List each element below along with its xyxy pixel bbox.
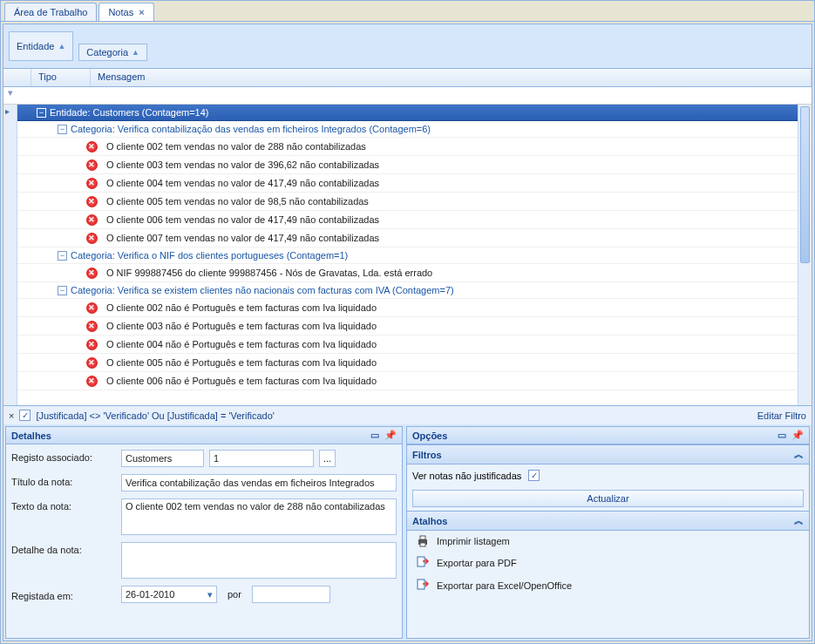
error-icon: ✕ (86, 233, 98, 244)
tab-label: Área de Trabalho (14, 7, 87, 17)
grid-row[interactable]: ✕O cliente 007 tem vendas no valor de 41… (17, 229, 798, 247)
category-group-row[interactable]: −Categoria: Verifica se existem clientes… (17, 282, 798, 299)
entity-field[interactable] (121, 450, 204, 467)
error-icon: ✕ (86, 159, 98, 171)
options-panel: Opções ▭ 📌 Filtros︽ Ver notas não justif… (406, 426, 810, 639)
atalho-pdf[interactable]: Exportar para PDF (407, 552, 809, 574)
texto-field[interactable]: O cliente 002 tem vendas no valor de 288… (121, 498, 397, 535)
vertical-scrollbar[interactable] (798, 105, 812, 405)
tab-area-trabalho[interactable]: Área de Trabalho (4, 3, 97, 21)
grid-row[interactable]: ✕O cliente 005 não é Português e tem fac… (17, 354, 798, 372)
error-icon: ✕ (86, 376, 98, 387)
grid-row[interactable]: ✕O cliente 003 tem vendas no valor de 39… (17, 156, 798, 174)
scrollbar-thumb[interactable] (800, 106, 810, 263)
close-icon[interactable]: × (139, 7, 144, 17)
grid-row[interactable]: ✕O cliente 004 tem vendas no valor de 41… (17, 174, 798, 193)
grid-filter-row[interactable]: ▾ (3, 87, 812, 105)
column-header-tipo[interactable]: Tipo (31, 69, 91, 86)
row-message: O cliente 006 tem vendas no valor de 417… (105, 214, 798, 225)
grid-header: Tipo Mensagem (3, 68, 812, 87)
svg-rect-2 (420, 543, 425, 546)
grid-row[interactable]: ✕O cliente 003 não é Português e tem fac… (17, 317, 798, 336)
restore-icon[interactable]: ▭ (778, 430, 786, 441)
link-label: Imprimir listagem (437, 536, 510, 546)
row-message: O cliente 002 tem vendas no valor de 288… (105, 141, 798, 152)
error-icon: ✕ (86, 268, 98, 279)
group-by-bar: Entidade▲ Categoria▲ (3, 24, 812, 68)
date-value: 26-01-2010 (126, 589, 174, 600)
edit-filter-link[interactable]: Editar Filtro (757, 410, 806, 421)
actualizar-button[interactable]: Actualizar (412, 490, 804, 507)
id-field[interactable] (209, 450, 314, 467)
grid-row[interactable]: ✕O NIF 999887456 do cliente 999887456 - … (17, 264, 798, 282)
label-registada: Registada em: (11, 588, 116, 601)
row-message: O NIF 999887456 do cliente 999887456 - N… (105, 268, 798, 278)
groupby-categoria[interactable]: Categoria▲ (78, 44, 147, 61)
grid-row[interactable]: ✕O cliente 002 tem vendas no valor de 28… (17, 138, 798, 156)
atalhos-subhead[interactable]: Atalhos︽ (407, 511, 809, 531)
row-message: O cliente 007 tem vendas no valor de 417… (105, 233, 798, 243)
tab-notas[interactable]: Notas× (98, 3, 153, 21)
collapse-icon[interactable]: − (58, 286, 67, 295)
restore-icon[interactable]: ▭ (370, 430, 379, 441)
browse-button[interactable]: ... (319, 450, 336, 467)
error-icon: ✕ (86, 178, 98, 189)
row-indicator-strip: ▸ (3, 105, 17, 405)
column-header-mensagem[interactable]: Mensagem (91, 69, 812, 86)
pin-icon[interactable]: 📌 (384, 430, 397, 441)
collapse-icon[interactable]: − (58, 125, 67, 134)
dropdown-icon[interactable]: ▾ (207, 589, 213, 600)
entity-label: Entidade: Customers (Contagem=14) (50, 107, 209, 118)
category-label: Categoria: Verifica contabilização das v… (71, 124, 431, 134)
sort-asc-icon: ▲ (132, 48, 139, 57)
category-group-row[interactable]: −Categoria: Verifica contabilização das … (17, 121, 798, 138)
row-message: O cliente 006 não é Português e tem fact… (105, 376, 798, 386)
category-label: Categoria: Verifica o NIF dos clientes p… (71, 250, 348, 261)
detalhe-field[interactable] (121, 542, 397, 579)
funnel-icon[interactable]: ▾ (3, 87, 17, 104)
grid-body: ▸ −Entidade: Customers (Contagem=14)−Cat… (3, 105, 812, 405)
error-icon: ✕ (86, 321, 98, 332)
collapse-icon[interactable]: − (58, 251, 67, 261)
export-icon (416, 578, 430, 593)
svg-rect-1 (420, 536, 425, 539)
header-gutter (3, 69, 31, 86)
collapse-icon[interactable]: ︽ (794, 448, 804, 461)
category-group-row[interactable]: −Categoria: Verifica o NIF dos clientes … (17, 247, 798, 264)
options-title-bar: Opções ▭ 📌 (407, 427, 809, 444)
grid-row[interactable]: ✕O cliente 002 não é Português e tem fac… (17, 299, 798, 317)
collapse-icon[interactable]: ︽ (794, 514, 804, 527)
label-texto: Texto da nota: (11, 498, 116, 512)
titulo-field[interactable] (121, 474, 397, 491)
category-label: Categoria: Verifica se existem clientes … (71, 285, 454, 295)
por-field[interactable] (252, 586, 330, 603)
label-por: por (222, 589, 247, 600)
row-message: O cliente 004 tem vendas no valor de 417… (105, 178, 798, 188)
link-label: Exportar para Excel/OpenOffice (437, 580, 572, 591)
grid-row[interactable]: ✕O cliente 005 tem vendas no valor de 98… (17, 193, 798, 211)
clear-filter-icon[interactable]: × (9, 410, 14, 421)
error-icon: ✕ (86, 214, 98, 226)
collapse-icon[interactable]: − (37, 108, 46, 118)
atalho-excel[interactable]: Exportar para Excel/OpenOffice (407, 574, 809, 597)
error-icon: ✕ (86, 339, 98, 350)
filtros-subhead[interactable]: Filtros︽ (407, 444, 809, 464)
grid-row[interactable]: ✕O cliente 004 não é Português e tem fac… (17, 336, 798, 354)
row-message: O cliente 003 não é Português e tem fact… (105, 321, 798, 331)
row-message: O cliente 002 não é Português e tem fact… (105, 302, 798, 313)
panel-title: Opções (412, 430, 447, 441)
filter-enabled-checkbox[interactable]: ✓ (19, 410, 31, 421)
details-title-bar: Detalhes ▭ 📌 (6, 427, 402, 444)
atalho-print[interactable]: Imprimir listagem (407, 531, 809, 552)
filter-expression: [Justificada] <> 'Verificado' Ou [Justif… (36, 410, 274, 421)
grid-row[interactable]: ✕O cliente 006 tem vendas no valor de 41… (17, 211, 798, 229)
ver-nao-just-checkbox[interactable]: ✓ (528, 470, 540, 481)
groupby-entidade[interactable]: Entidade▲ (9, 31, 73, 61)
grid-row[interactable]: ✕O cliente 006 não é Português e tem fac… (17, 372, 798, 390)
printer-icon (416, 534, 430, 548)
pin-icon[interactable]: 📌 (791, 430, 804, 441)
label-registo: Registo associado: (11, 450, 116, 463)
date-field[interactable]: 26-01-2010▾ (121, 586, 217, 603)
entity-group-row[interactable]: −Entidade: Customers (Contagem=14) (17, 105, 798, 121)
ver-nao-just-row: Ver notas não justificadas ✓ (407, 464, 809, 486)
